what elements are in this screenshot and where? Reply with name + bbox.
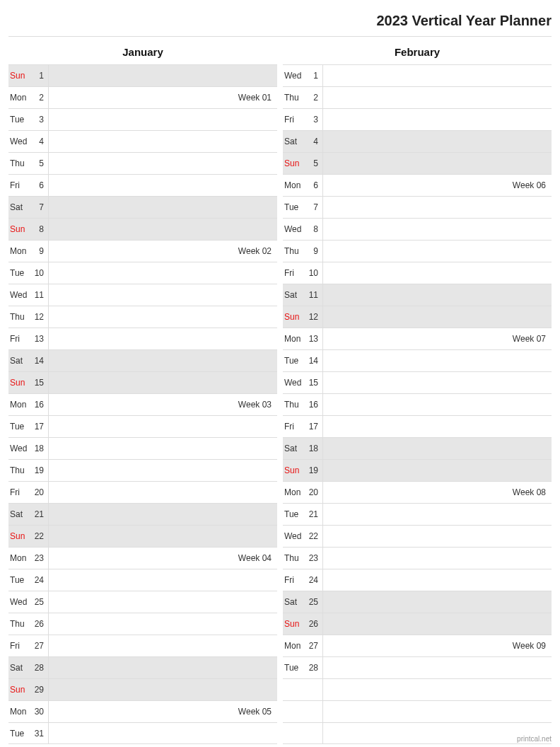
day-note <box>48 372 277 393</box>
day-number: 13 <box>305 328 322 349</box>
day-note <box>48 328 277 349</box>
day-row: Sun1 <box>8 64 277 86</box>
day-row: Sat7 <box>8 196 277 218</box>
day-of-week: Sat <box>8 350 31 371</box>
day-of-week <box>283 679 305 700</box>
day-row: Tue28 <box>283 656 552 678</box>
day-of-week: Fri <box>283 416 305 437</box>
day-row: Sun15 <box>8 371 277 393</box>
day-of-week: Thu <box>8 153 31 174</box>
day-of-week: Wed <box>8 591 31 613</box>
day-of-week: Thu <box>283 394 305 415</box>
day-of-week: Tue <box>283 350 305 371</box>
day-note <box>322 109 552 130</box>
day-of-week: Wed <box>283 219 305 240</box>
day-note <box>48 613 277 635</box>
day-row: Tue3 <box>8 108 277 130</box>
day-row: Sat11 <box>283 284 552 306</box>
day-number: 10 <box>31 262 48 284</box>
footer-credit: printcal.net <box>517 735 552 743</box>
day-row: Fri10 <box>283 262 552 284</box>
day-note <box>48 65 277 86</box>
day-row: Thu12 <box>8 306 277 328</box>
day-number: 20 <box>31 482 48 503</box>
day-of-week: Sun <box>8 526 31 547</box>
day-number: 15 <box>305 372 322 393</box>
day-of-week: Sun <box>8 65 31 86</box>
day-of-week: Sat <box>8 197 31 218</box>
day-number: 5 <box>31 153 48 174</box>
day-note <box>48 504 277 525</box>
day-number: 20 <box>305 482 322 503</box>
day-number: 9 <box>305 241 322 262</box>
day-row: Mon20Week 08 <box>283 481 552 503</box>
day-row: Sat18 <box>283 437 552 459</box>
day-of-week: Sat <box>8 504 31 525</box>
day-row: Tue31 <box>8 722 277 744</box>
day-note <box>48 438 277 459</box>
day-row: Thu19 <box>8 459 277 481</box>
day-number: 19 <box>305 460 322 481</box>
day-of-week: Tue <box>283 657 305 678</box>
day-of-week: Tue <box>8 569 31 591</box>
day-number: 23 <box>31 548 48 569</box>
day-row: Sun12 <box>283 306 552 328</box>
day-note <box>48 416 277 437</box>
day-of-week: Mon <box>8 701 31 722</box>
day-note <box>322 416 552 437</box>
day-note <box>322 241 552 262</box>
day-row: Fri20 <box>8 481 277 503</box>
day-of-week: Sun <box>283 306 305 328</box>
day-note <box>48 635 277 656</box>
month-header: February <box>283 40 552 64</box>
day-row: Tue17 <box>8 415 277 437</box>
day-note <box>322 372 552 393</box>
day-number: 13 <box>31 328 48 349</box>
day-of-week: Sat <box>8 657 31 678</box>
day-of-week: Fri <box>8 328 31 349</box>
day-number: 8 <box>305 219 322 240</box>
day-number: 22 <box>31 526 48 547</box>
day-row: Tue24 <box>8 569 277 591</box>
day-number: 17 <box>31 416 48 437</box>
day-number: 22 <box>305 526 322 547</box>
day-note <box>322 569 552 591</box>
day-number: 28 <box>31 657 48 678</box>
day-note <box>322 350 552 371</box>
day-row <box>283 678 552 700</box>
day-note <box>48 109 277 130</box>
day-number: 21 <box>305 504 322 525</box>
day-of-week <box>283 723 305 743</box>
day-of-week: Mon <box>8 87 31 108</box>
day-note <box>48 262 277 284</box>
day-of-week: Sun <box>283 153 305 174</box>
day-of-week: Mon <box>283 482 305 503</box>
day-note <box>48 482 277 503</box>
day-of-week: Tue <box>8 262 31 284</box>
day-of-week: Mon <box>283 328 305 349</box>
day-of-week: Fri <box>8 175 31 196</box>
day-number: 10 <box>305 262 322 284</box>
day-of-week: Sun <box>283 460 305 481</box>
day-note <box>322 679 552 700</box>
day-of-week: Thu <box>8 306 31 328</box>
day-of-week: Sun <box>283 613 305 635</box>
day-note <box>322 613 552 635</box>
day-number: 26 <box>305 613 322 635</box>
day-note <box>48 197 277 218</box>
day-note: Week 05 <box>48 701 277 722</box>
day-number: 2 <box>31 87 48 108</box>
day-note <box>322 219 552 240</box>
day-number: 18 <box>31 438 48 459</box>
day-number: 25 <box>305 591 322 613</box>
day-of-week: Tue <box>283 504 305 525</box>
day-of-week: Thu <box>283 87 305 108</box>
months-container: JanuarySun1Mon2Week 01Tue3Wed4Thu5Fri6Sa… <box>8 40 552 744</box>
day-row <box>283 722 552 744</box>
day-of-week: Tue <box>8 723 31 743</box>
day-note <box>322 548 552 569</box>
day-of-week: Wed <box>283 372 305 393</box>
day-of-week: Thu <box>283 548 305 569</box>
day-row: Tue10 <box>8 262 277 284</box>
day-of-week: Fri <box>8 635 31 656</box>
